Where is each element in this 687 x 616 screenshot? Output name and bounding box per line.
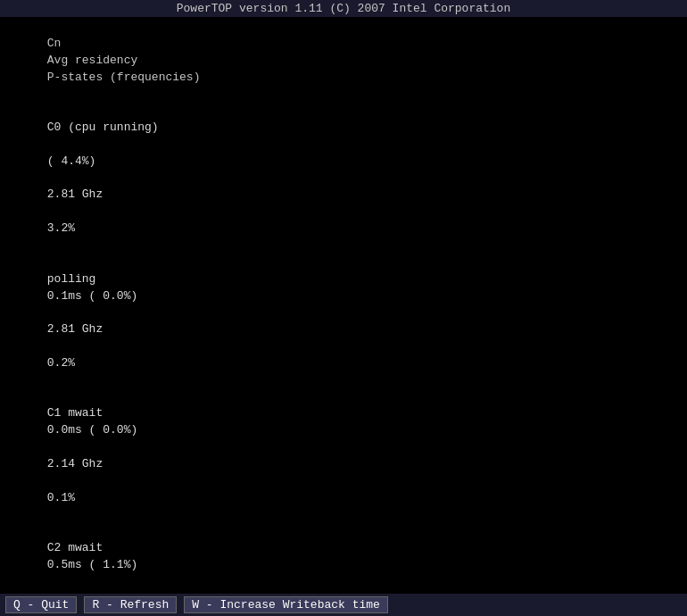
col2-header: Avg residency [47, 54, 201, 67]
cpu-state-row-0: C0 (cpu running) ( 4.4%) 2.81 Ghz 3.2% [5, 103, 682, 254]
col1-header: Cn [47, 37, 159, 50]
header-row: Cn Avg residency P-states (frequencies) [5, 19, 682, 103]
writeback-button[interactable]: W - Increase Writeback time [184, 596, 388, 613]
terminal-window: PowerTOP version 1.11 (C) 2007 Intel Cor… [0, 0, 687, 616]
quit-button[interactable]: Q - Quit [5, 596, 77, 613]
main-content: Cn Avg residency P-states (frequencies) … [0, 17, 687, 594]
col3-header: P-states (frequencies) [47, 71, 201, 84]
title-bar: PowerTOP version 1.11 (C) 2007 Intel Cor… [0, 0, 687, 17]
title-text: PowerTOP version 1.11 (C) 2007 Intel Cor… [177, 2, 510, 15]
cpu-state-row-3: C2 mwait 0.5ms ( 1.1%) 1.60 Ghz 0.4% [5, 523, 682, 594]
bottom-bar: Q - Quit R - Refresh W - Increase Writeb… [0, 594, 687, 616]
refresh-button[interactable]: R - Refresh [84, 596, 177, 613]
cpu-state-row-2: C1 mwait 0.0ms ( 0.0%) 2.14 Ghz 0.1% [5, 389, 682, 524]
cpu-state-row-1: polling 0.1ms ( 0.0%) 2.81 Ghz 0.2% [5, 254, 682, 389]
